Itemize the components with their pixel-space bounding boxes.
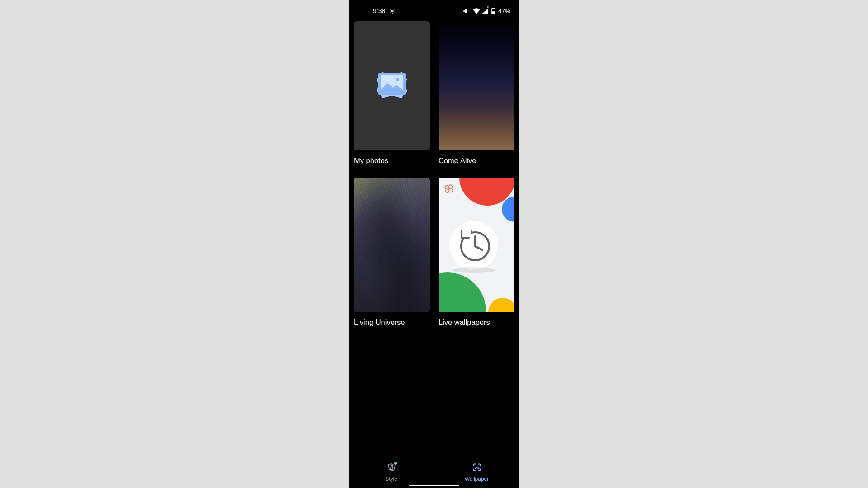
category-label: Live wallpapers: [439, 318, 514, 327]
svg-point-24: [452, 267, 495, 273]
category-label: Living Universe: [354, 318, 430, 327]
category-live-wallpapers[interactable]: Live wallpapers: [439, 178, 514, 327]
category-living-universe[interactable]: Living Universe: [354, 178, 430, 327]
category-thumb-living-universe: [354, 178, 430, 312]
category-my-photos[interactable]: My photos: [354, 21, 430, 165]
category-come-alive[interactable]: Come Alive: [439, 21, 514, 165]
status-right: R 47%: [463, 8, 510, 14]
wallpaper-categories: My photos Come Alive Living Universe: [349, 21, 519, 327]
style-icon: [387, 463, 396, 474]
svg-point-22: [449, 221, 499, 270]
photos-stack-icon: [366, 67, 418, 105]
category-thumb-my-photos: [354, 21, 430, 150]
status-left: 9:38: [373, 7, 395, 14]
nav-label-style: Style: [385, 476, 397, 482]
home-indicator[interactable]: [409, 485, 459, 486]
snowflake-icon: [389, 8, 395, 14]
category-thumb-come-alive: [439, 21, 514, 150]
svg-rect-11: [469, 10, 469, 12]
signal-icon: R: [482, 8, 488, 14]
vibrate-icon: [463, 8, 470, 14]
phone-screen: 9:38: [349, 0, 519, 488]
category-thumb-live-wallpapers: [439, 178, 514, 312]
nav-style[interactable]: Style: [349, 456, 434, 488]
svg-rect-10: [463, 10, 464, 12]
nav-wallpaper[interactable]: Wallpaper: [434, 456, 519, 488]
battery-percentage: 47%: [498, 8, 510, 14]
svg-rect-9: [468, 10, 468, 12]
svg-point-31: [390, 465, 391, 465]
svg-point-19: [396, 78, 399, 81]
svg-rect-7: [465, 9, 467, 13]
svg-rect-14: [492, 11, 495, 14]
nav-label-wallpaper: Wallpaper: [465, 476, 489, 482]
status-time: 9:38: [373, 7, 385, 14]
status-bar: 9:38: [349, 4, 519, 18]
battery-icon: [491, 8, 495, 14]
svg-rect-8: [464, 10, 465, 12]
wallpaper-icon: [472, 463, 481, 474]
category-label: My photos: [354, 156, 430, 165]
bottom-nav: Style Wallpaper: [349, 456, 519, 488]
svg-point-21: [439, 272, 486, 312]
category-label: Come Alive: [439, 156, 514, 165]
wifi-icon: [473, 8, 480, 14]
